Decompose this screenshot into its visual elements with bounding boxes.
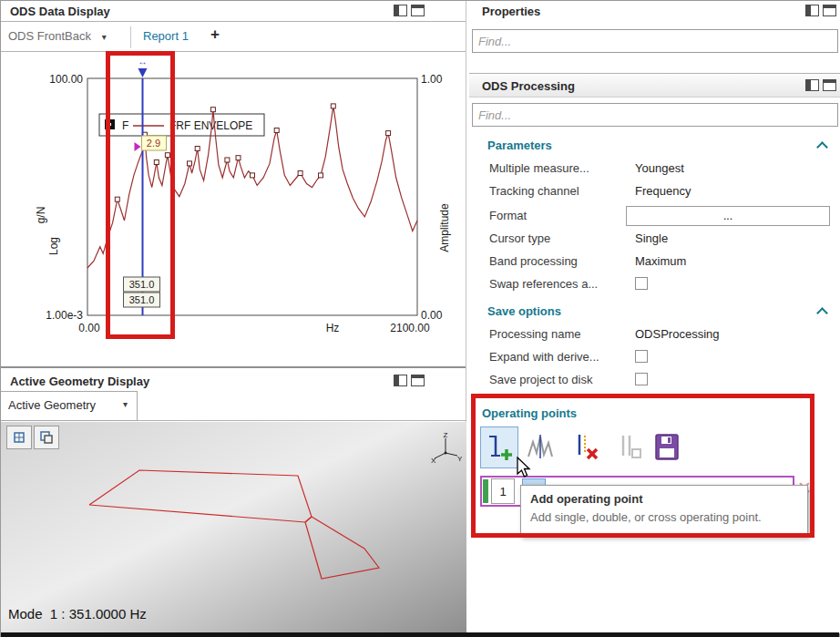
collapse-parameters-icon[interactable] (816, 141, 828, 153)
ods-processing-header: ODS Processing (469, 73, 840, 98)
zoom-window-button[interactable] (34, 426, 59, 449)
curve-marker (251, 173, 255, 178)
y-axis-unit-label: g/N (35, 207, 47, 224)
expand-derived-checkbox[interactable] (635, 350, 648, 363)
frf-chart[interactable]: 100.00 1.00e-3 1.00 0.00 0.00 2100.00 Hz… (3, 53, 465, 366)
geometry-edge (89, 470, 312, 522)
curve-marker (386, 131, 391, 136)
row-status-bar (483, 479, 488, 503)
geometry-title: Active Geometry Display (10, 375, 149, 388)
properties-title: Properties (482, 5, 540, 18)
curve-marker (274, 128, 279, 133)
save-floppy-icon (651, 431, 682, 464)
edit-operating-point-button-disabled[interactable] (609, 426, 647, 468)
cursor-arrows-icon: ↔ (138, 57, 148, 67)
geometry-viewport[interactable]: Mode 1 : 351.0000 Hz (1, 422, 466, 633)
band-processing-value[interactable]: Maximum (635, 254, 686, 268)
y-tick-max: 100.00 (49, 73, 83, 86)
geometry-selector-label: Active Geometry (8, 398, 96, 412)
cursor-band-label: 351.0 (129, 294, 155, 305)
properties-find-input[interactable] (472, 29, 838, 53)
chevron-down-icon: ▾ (123, 399, 128, 409)
cursor-value-label: 2.9 (147, 138, 160, 149)
x-axis-label: Hz (326, 322, 340, 334)
property-label: Tracking channel (489, 184, 579, 198)
tab-separator (130, 26, 131, 48)
axis-triad: Z X Y (429, 431, 462, 464)
save-operating-points-button[interactable] (648, 426, 686, 468)
collapse-save-options-icon[interactable] (816, 307, 828, 319)
curve-marker (210, 108, 215, 112)
display-source-selector[interactable]: ODS FrontBack ▾ (8, 29, 107, 43)
tooltip: Add operating point Add single, double, … (520, 485, 808, 537)
row-index-cell[interactable]: 1 (491, 478, 515, 504)
geometry-tab-underline (138, 420, 466, 421)
ods-display-title: ODS Data Display (10, 5, 110, 18)
curve-marker (154, 160, 159, 165)
curve-marker (115, 197, 119, 201)
legend-trace-id: F (122, 119, 128, 132)
maximize-panel-icon[interactable] (823, 79, 836, 91)
maximize-panel-icon[interactable] (823, 5, 836, 16)
curve-marker (195, 147, 200, 151)
x-tick-max: 2100.00 (390, 322, 430, 334)
right-tick-max: 1.00 (421, 73, 443, 86)
disabled-operating-point-icon (612, 431, 643, 464)
property-label: Swap references a... (489, 277, 598, 291)
multiple-measurements-value[interactable]: Youngest (635, 161, 684, 175)
section-operating-points: Operating points (482, 406, 577, 420)
add-tab-button[interactable]: + (210, 26, 220, 44)
cursor-band-label: 351.0 (129, 279, 155, 290)
curve-marker (236, 156, 241, 160)
geometry-window-controls (394, 375, 425, 386)
bottom-edge-bar (1, 632, 839, 637)
processing-name-value[interactable]: ODSProcessing (635, 327, 719, 341)
y-axis-scale-label: Log (47, 237, 60, 255)
curve-marker (319, 173, 323, 178)
tracking-channel-value[interactable]: Frequency (635, 184, 691, 198)
ods-tab-bar: ODS FrontBack ▾ Report 1 + (1, 23, 466, 52)
tab-report-1[interactable]: Report 1 (143, 29, 189, 43)
dock-panel-icon[interactable] (805, 79, 819, 91)
mode-status: Mode 1 : 351.0000 Hz (8, 606, 147, 622)
application-window: ODS Data Display ODS FrontBack ▾ Report … (0, 0, 840, 637)
save-project-checkbox[interactable] (635, 373, 648, 385)
geometry-selector[interactable]: Active Geometry ▾ (1, 391, 138, 421)
property-label: Save project to disk (489, 373, 592, 386)
x-tick-min: 0.00 (78, 322, 100, 334)
dock-panel-icon[interactable] (394, 375, 407, 386)
delete-operating-point-button[interactable] (566, 426, 604, 468)
curve-marker (331, 104, 335, 108)
properties-panel: Properties ODS Processing Parameters Mul… (469, 1, 840, 633)
add-operating-point-button[interactable] (480, 426, 518, 468)
format-ellipsis-button[interactable]: ... (626, 206, 830, 226)
property-label: Multiple measure... (489, 161, 589, 175)
y-axis-label: Y (457, 455, 462, 463)
property-label: Processing name (489, 327, 580, 341)
properties-window-controls (805, 5, 836, 16)
curve-marker (188, 161, 192, 166)
maximize-panel-icon[interactable] (411, 5, 425, 16)
cursor-type-value[interactable]: Single (635, 231, 668, 245)
processing-find-input[interactable] (472, 103, 838, 127)
dock-panel-icon[interactable] (805, 5, 819, 16)
maximize-panel-icon[interactable] (411, 375, 425, 386)
swap-references-checkbox[interactable] (635, 277, 648, 290)
curve-marker (298, 171, 302, 176)
peaks-icon (527, 431, 558, 464)
zoom-window-icon (39, 430, 54, 445)
property-label: Format (489, 209, 527, 222)
x-axis-label: X (431, 457, 436, 464)
dock-panel-icon[interactable] (394, 5, 407, 16)
zoom-fit-button[interactable] (6, 426, 32, 449)
add-operating-point-icon (484, 431, 515, 464)
ods-processing-window-controls (805, 79, 836, 91)
cursor-handle-icon[interactable] (138, 68, 148, 77)
tooltip-body: Add single, double, or cross operating p… (530, 510, 798, 524)
delete-operating-point-icon (569, 431, 600, 464)
mouse-cursor (517, 457, 531, 478)
right-tick-min: 0.00 (421, 309, 443, 322)
tooltip-title: Add operating point (530, 492, 798, 506)
y-tick-min: 1.00e-3 (46, 309, 83, 322)
property-label: Cursor type (489, 231, 550, 245)
